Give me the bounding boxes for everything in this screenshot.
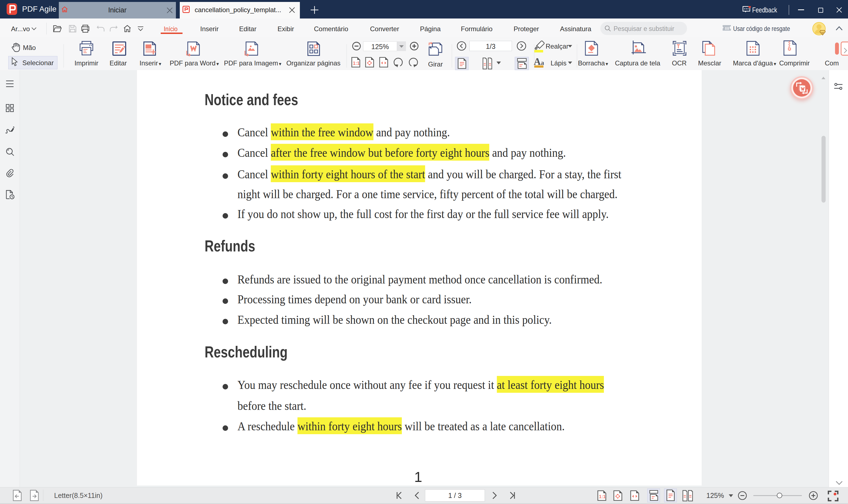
svg-text:1:1: 1:1 <box>353 61 360 66</box>
svg-text:1:1: 1:1 <box>599 494 606 499</box>
